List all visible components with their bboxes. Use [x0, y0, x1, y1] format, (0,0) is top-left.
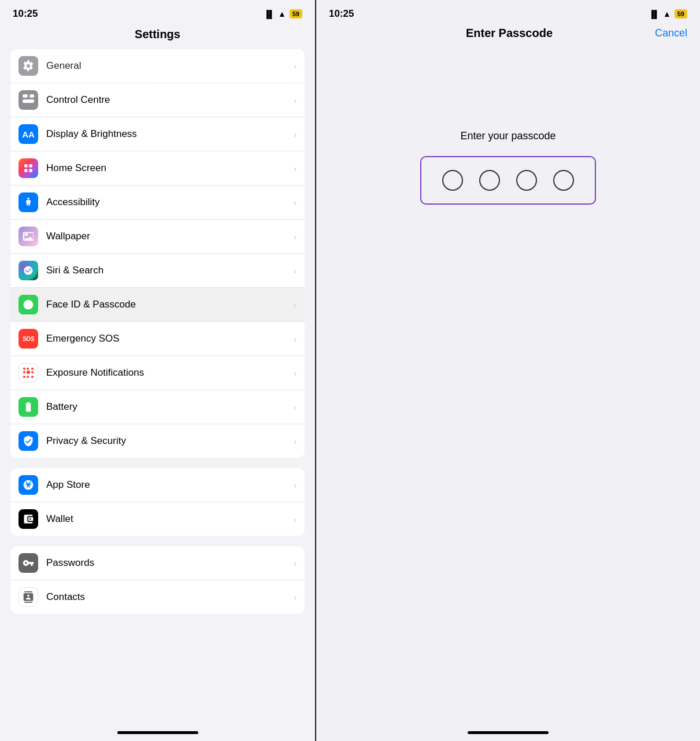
- wallet-icon: [18, 509, 38, 529]
- face-id-chevron: ›: [294, 300, 297, 310]
- settings-row-exposure[interactable]: Exposure Notifications ›: [10, 356, 305, 390]
- settings-row-siri-search[interactable]: Siri & Search ›: [10, 254, 305, 288]
- left-status-icons: ▐▌ ▲ 59: [264, 9, 302, 18]
- svg-point-1: [25, 233, 28, 236]
- accessibility-label: Accessibility: [46, 197, 294, 208]
- right-status-icons: ▐▌ ▲ 59: [649, 9, 687, 18]
- contacts-label: Contacts: [46, 591, 294, 603]
- settings-row-home-screen[interactable]: Home Screen ›: [10, 151, 305, 186]
- wallpaper-chevron: ›: [294, 232, 297, 242]
- settings-title: Settings: [0, 24, 315, 49]
- left-home-indicator: [117, 731, 198, 734]
- passwords-chevron: ›: [294, 558, 297, 568]
- emergency-sos-chevron: ›: [294, 334, 297, 344]
- settings-row-display-brightness[interactable]: AA Display & Brightness ›: [10, 117, 305, 151]
- privacy-label: Privacy & Security: [46, 435, 294, 447]
- siri-icon: [18, 261, 38, 280]
- contacts-chevron: ›: [294, 592, 297, 602]
- right-time: 10:25: [329, 8, 354, 20]
- home-screen-label: Home Screen: [46, 162, 294, 174]
- settings-row-privacy[interactable]: Privacy & Security ›: [10, 424, 305, 458]
- wallet-chevron: ›: [294, 514, 297, 524]
- siri-search-chevron: ›: [294, 266, 297, 276]
- settings-scroll: General › Control Centre › AA: [0, 49, 315, 724]
- home-screen-chevron: ›: [294, 164, 297, 173]
- right-home-indicator: [468, 731, 549, 734]
- battery-chevron: ›: [294, 402, 297, 412]
- settings-row-general[interactable]: General ›: [10, 49, 305, 83]
- settings-panel: 10:25 ▐▌ ▲ 59 Settings General ›: [0, 0, 315, 741]
- control-centre-icon: [18, 90, 38, 110]
- passcode-circle-1: [442, 170, 463, 191]
- exposure-chevron: ›: [294, 368, 297, 378]
- appstore-chevron: ›: [294, 480, 297, 490]
- display-brightness-icon: AA: [18, 124, 38, 144]
- passcode-content: Enter your passcode: [316, 49, 700, 731]
- passcode-header: Enter Passcode Cancel: [316, 24, 700, 49]
- privacy-chevron: ›: [294, 436, 297, 446]
- privacy-icon: [18, 431, 38, 451]
- right-wifi-icon: ▲: [663, 9, 671, 18]
- passcode-title: Enter Passcode: [466, 27, 553, 40]
- exposure-icon: [18, 363, 38, 383]
- signal-icon: ▐▌: [264, 10, 274, 18]
- general-label: General: [46, 60, 294, 72]
- wallpaper-icon: [18, 227, 38, 246]
- settings-row-battery[interactable]: Battery ›: [10, 390, 305, 424]
- settings-row-appstore[interactable]: App Store ›: [10, 468, 305, 502]
- settings-group-2: App Store › Wallet ›: [10, 468, 305, 536]
- settings-row-passwords[interactable]: Passwords ›: [10, 546, 305, 580]
- settings-group-1: General › Control Centre › AA: [10, 49, 305, 458]
- display-brightness-chevron: ›: [294, 129, 297, 139]
- svg-point-0: [27, 198, 29, 199]
- face-id-icon: [18, 295, 38, 314]
- appstore-icon: [18, 475, 38, 495]
- settings-row-face-id[interactable]: Face ID & Passcode › ◄: [10, 288, 305, 322]
- passcode-circle-4: [553, 170, 574, 191]
- passcode-panel: 10:25 ▐▌ ▲ 59 Enter Passcode Cancel Ente…: [315, 0, 700, 741]
- settings-row-accessibility[interactable]: Accessibility ›: [10, 186, 305, 220]
- cancel-button[interactable]: Cancel: [655, 27, 687, 39]
- emergency-sos-label: Emergency SOS: [46, 333, 294, 344]
- appstore-label: App Store: [46, 479, 294, 491]
- home-screen-icon: [18, 158, 38, 178]
- passcode-circle-3: [516, 170, 537, 191]
- right-signal-icon: ▐▌: [649, 10, 659, 18]
- passwords-icon: [18, 553, 38, 573]
- exposure-label: Exposure Notifications: [46, 367, 294, 379]
- siri-search-label: Siri & Search: [46, 265, 294, 276]
- battery-badge: 59: [290, 9, 302, 18]
- passcode-circle-2: [479, 170, 500, 191]
- general-icon: [18, 56, 38, 76]
- wallpaper-label: Wallpaper: [46, 231, 294, 242]
- accessibility-chevron: ›: [294, 198, 297, 208]
- battery-icon: [18, 397, 38, 417]
- settings-row-contacts[interactable]: Contacts ›: [10, 580, 305, 614]
- contacts-icon: [18, 587, 38, 607]
- right-battery-badge: 59: [675, 9, 687, 18]
- control-centre-label: Control Centre: [46, 94, 294, 106]
- battery-label: Battery: [46, 401, 294, 413]
- accessibility-icon: [18, 192, 38, 212]
- left-time: 10:25: [13, 8, 38, 20]
- wifi-icon: ▲: [278, 9, 286, 18]
- left-status-bar: 10:25 ▐▌ ▲ 59: [0, 0, 315, 24]
- wallet-label: Wallet: [46, 513, 294, 525]
- general-chevron: ›: [294, 61, 297, 71]
- control-centre-chevron: ›: [294, 95, 297, 105]
- right-status-bar: 10:25 ▐▌ ▲ 59: [316, 0, 700, 24]
- settings-row-emergency-sos[interactable]: SOS Emergency SOS ›: [10, 322, 305, 356]
- face-id-label: Face ID & Passcode: [46, 299, 294, 310]
- passcode-circles-container[interactable]: [420, 156, 596, 205]
- settings-group-3: Passwords › Contacts ›: [10, 546, 305, 614]
- settings-row-wallet[interactable]: Wallet ›: [10, 502, 305, 536]
- emergency-sos-icon: SOS: [18, 329, 38, 349]
- display-brightness-label: Display & Brightness: [46, 128, 294, 140]
- settings-row-control-centre[interactable]: Control Centre ›: [10, 83, 305, 117]
- settings-row-wallpaper[interactable]: Wallpaper ›: [10, 220, 305, 254]
- passwords-label: Passwords: [46, 557, 294, 569]
- passcode-prompt: Enter your passcode: [460, 130, 555, 142]
